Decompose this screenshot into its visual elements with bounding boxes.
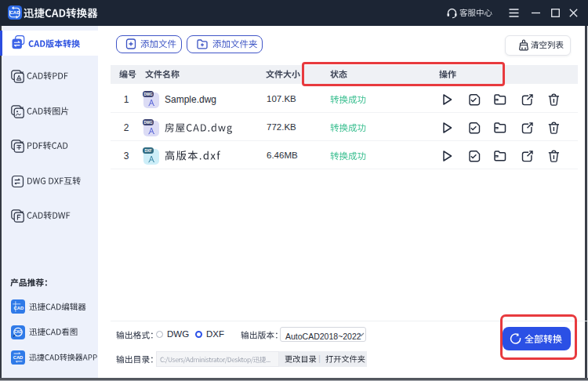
svg-text:DWG: DWG xyxy=(143,121,153,125)
svg-text:CAD: CAD xyxy=(10,10,21,15)
svg-text:DXF: DXF xyxy=(144,149,151,153)
svg-text:CAD: CAD xyxy=(13,355,24,360)
svg-text:DWG: DWG xyxy=(143,93,153,96)
svg-text:CAD: CAD xyxy=(14,306,24,310)
svg-text:CAD: CAD xyxy=(14,330,22,334)
